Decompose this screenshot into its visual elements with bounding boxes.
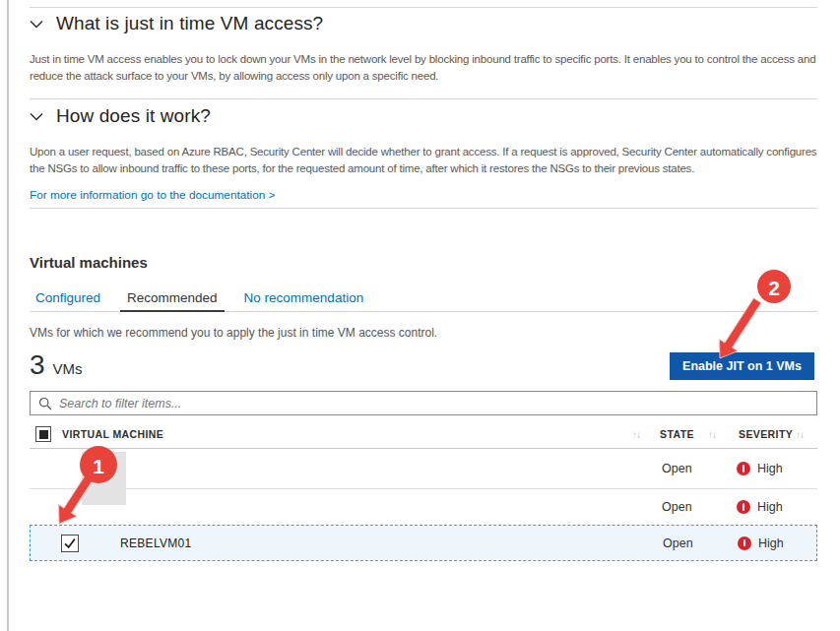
jit-vm-access-page: What is just in time VM access? Just in …	[0, 0, 840, 631]
sort-icon[interactable]: ↑↓	[796, 420, 804, 448]
annotation-circle-2: 2	[757, 270, 791, 303]
section-what-body: Just in time VM access enables you to lo…	[30, 51, 819, 85]
tab-no-recommendation[interactable]: No recommendation	[237, 290, 371, 312]
search-icon	[38, 397, 52, 410]
state-cell: Open	[662, 489, 692, 525]
vm-table-rows: Open High Open High	[30, 449, 817, 561]
checkbox-indeterminate-icon	[35, 426, 51, 442]
table-row[interactable]: Open High	[30, 489, 817, 525]
virtual-machines-title: Virtual machines	[30, 254, 148, 271]
severity-cell: High	[737, 489, 783, 525]
state-cell: Open	[662, 449, 692, 488]
svg-text:2: 2	[768, 277, 780, 299]
section-divider-2	[30, 208, 817, 209]
col-virtual-machine[interactable]: VIRTUAL MACHINE	[62, 420, 163, 448]
enable-jit-button[interactable]: Enable JIT on 1 VMs	[670, 352, 814, 380]
state-cell: Open	[663, 526, 693, 560]
tab-description: VMs for which we recommend you to apply …	[30, 326, 437, 340]
section-what-header[interactable]: What is just in time VM access?	[30, 13, 323, 34]
tab-configured[interactable]: Configured	[29, 290, 107, 312]
col-state[interactable]: STATE	[660, 420, 694, 448]
severity-cell: High	[738, 526, 784, 560]
section-divider-top	[30, 7, 817, 8]
vm-count-number: 3	[30, 349, 45, 381]
section-how-header[interactable]: How does it work?	[30, 105, 211, 127]
vm-tabs: Configured Recommended No recommendation	[29, 290, 383, 312]
chevron-down-icon	[30, 20, 43, 29]
section-how-title: How does it work?	[56, 105, 211, 127]
high-severity-icon	[737, 462, 750, 475]
section-what-title: What is just in time VM access?	[56, 13, 323, 34]
section-divider-1	[30, 98, 817, 99]
documentation-link[interactable]: For more information go to the documenta…	[30, 188, 276, 202]
vm-count: 3 VMs	[30, 349, 83, 381]
high-severity-icon	[737, 500, 750, 514]
sort-icon[interactable]: ↑↓	[632, 420, 640, 448]
select-all-checkbox[interactable]	[35, 420, 51, 448]
col-severity[interactable]: SEVERITY	[739, 420, 793, 448]
redacted-vm-name-box	[82, 452, 126, 505]
sort-icon[interactable]: ↑↓	[708, 420, 716, 448]
severity-cell: High	[737, 449, 783, 488]
search-filter-box[interactable]	[30, 391, 817, 415]
search-input[interactable]	[59, 397, 808, 410]
table-row-selected[interactable]: REBELVM01 Open High	[30, 525, 817, 561]
checkbox-checked-icon	[61, 535, 79, 552]
tab-recommended[interactable]: Recommended	[120, 290, 225, 312]
vm-name-cell: REBELVM01	[120, 526, 192, 560]
table-row[interactable]: Open High	[30, 449, 817, 489]
table-header: VIRTUAL MACHINE ↑↓ STATE ↑↓ SEVERITY ↑↓	[30, 420, 817, 448]
high-severity-icon	[738, 536, 751, 550]
rebelvm01-row-checkbox[interactable]	[61, 526, 79, 560]
blade-left-border	[7, 0, 9, 631]
chevron-down-icon	[30, 112, 43, 121]
vm-count-unit: VMs	[53, 360, 83, 377]
section-how-body: Upon a user request, based on Azure RBAC…	[30, 144, 819, 177]
